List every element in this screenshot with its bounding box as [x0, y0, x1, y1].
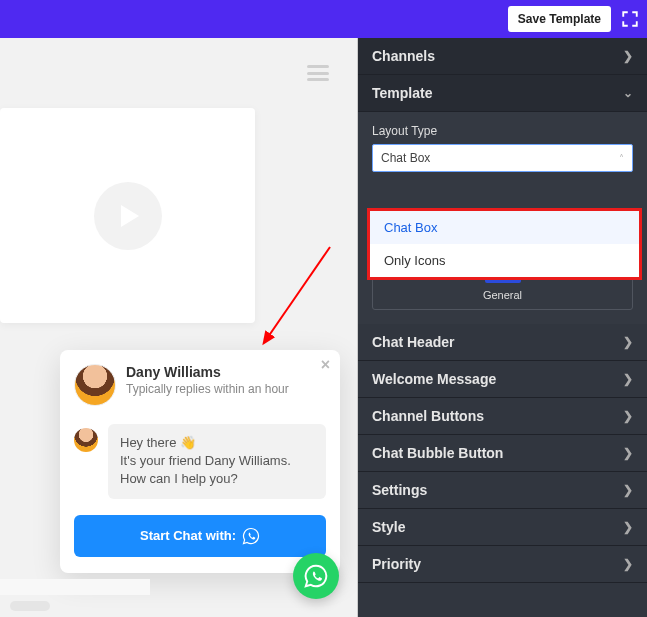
- section-label: Chat Bubble Button: [372, 445, 503, 461]
- chevron-right-icon: ❯: [623, 557, 633, 571]
- save-template-button[interactable]: Save Template: [508, 6, 611, 32]
- fullscreen-icon[interactable]: [621, 10, 639, 28]
- svg-line-0: [268, 247, 330, 337]
- whatsapp-fab[interactable]: [293, 553, 339, 599]
- wave-icon: 👋: [180, 434, 196, 452]
- skeleton-bar: [0, 579, 150, 595]
- chevron-right-icon: ❯: [623, 335, 633, 349]
- section-label: Chat Header: [372, 334, 454, 350]
- whatsapp-icon: [303, 563, 329, 589]
- section-label: Settings: [372, 482, 427, 498]
- section-label: Priority: [372, 556, 421, 572]
- dropdown-value: Chat Box: [381, 151, 430, 165]
- dropdown-option-chatbox[interactable]: Chat Box: [370, 211, 639, 244]
- whatsapp-icon: [242, 527, 260, 545]
- chevron-right-icon: ❯: [623, 520, 633, 534]
- thumb-label: General: [483, 289, 522, 301]
- section-chat-header[interactable]: Chat Header ❯: [358, 324, 647, 361]
- chevron-right-icon: ❯: [623, 409, 633, 423]
- agent-subtitle: Typically replies within an hour: [126, 382, 289, 396]
- play-icon[interactable]: [94, 182, 162, 250]
- section-channel-buttons[interactable]: Channel Buttons ❯: [358, 398, 647, 435]
- start-chat-label: Start Chat with:: [140, 528, 236, 543]
- avatar: [74, 364, 116, 406]
- section-label: Channels: [372, 48, 435, 64]
- avatar-small: [74, 428, 98, 452]
- section-label: Welcome Message: [372, 371, 496, 387]
- section-style[interactable]: Style ❯: [358, 509, 647, 546]
- preview-header: [0, 38, 357, 108]
- section-settings[interactable]: Settings ❯: [358, 472, 647, 509]
- chevron-down-icon: ⌄: [623, 86, 633, 100]
- start-chat-button[interactable]: Start Chat with:: [74, 515, 326, 557]
- section-priority[interactable]: Priority ❯: [358, 546, 647, 583]
- chevron-right-icon: ❯: [623, 446, 633, 460]
- chevron-right-icon: ❯: [623, 49, 633, 63]
- section-chat-bubble-button[interactable]: Chat Bubble Button ❯: [358, 435, 647, 472]
- section-welcome-message[interactable]: Welcome Message ❯: [358, 361, 647, 398]
- top-bar: Save Template: [0, 0, 647, 38]
- skeleton-pill: [10, 601, 50, 611]
- agent-name: Dany Williams: [126, 364, 289, 380]
- section-label: Style: [372, 519, 405, 535]
- chat-widget: × Dany Williams Typically replies within…: [60, 350, 340, 573]
- section-label: Channel Buttons: [372, 408, 484, 424]
- chevron-up-icon: ˄: [619, 153, 624, 164]
- menu-icon[interactable]: [307, 65, 329, 81]
- chat-message-row: Hey there 👋 It's your friend Dany Willia…: [74, 424, 326, 499]
- greeting-line1: Hey there: [120, 435, 180, 450]
- section-template[interactable]: Template ⌄: [358, 75, 647, 112]
- chevron-right-icon: ❯: [623, 372, 633, 386]
- greeting-line2: It's your friend Dany Williams. How can …: [120, 453, 291, 486]
- settings-panel: Channels ❯ Template ⌄ Layout Type Chat B…: [358, 38, 647, 617]
- chevron-right-icon: ❯: [623, 483, 633, 497]
- layout-dropdown-list: Chat Box Only Icons: [367, 208, 642, 280]
- annotation-arrow-icon: [260, 242, 340, 352]
- video-placeholder: [0, 108, 255, 323]
- close-icon[interactable]: ×: [321, 356, 330, 374]
- chat-bubble: Hey there 👋 It's your friend Dany Willia…: [108, 424, 326, 499]
- layout-type-label: Layout Type: [372, 124, 633, 138]
- template-body: Layout Type Chat Box ˄ Chat Box Only Ico…: [358, 112, 647, 324]
- main-area: × Dany Williams Typically replies within…: [0, 38, 647, 617]
- section-channels[interactable]: Channels ❯: [358, 38, 647, 75]
- chat-header: Dany Williams Typically replies within a…: [74, 364, 326, 406]
- preview-pane: × Dany Williams Typically replies within…: [0, 38, 358, 617]
- dropdown-option-onlyicons[interactable]: Only Icons: [370, 244, 639, 277]
- layout-type-dropdown[interactable]: Chat Box ˄: [372, 144, 633, 172]
- section-label: Template: [372, 85, 432, 101]
